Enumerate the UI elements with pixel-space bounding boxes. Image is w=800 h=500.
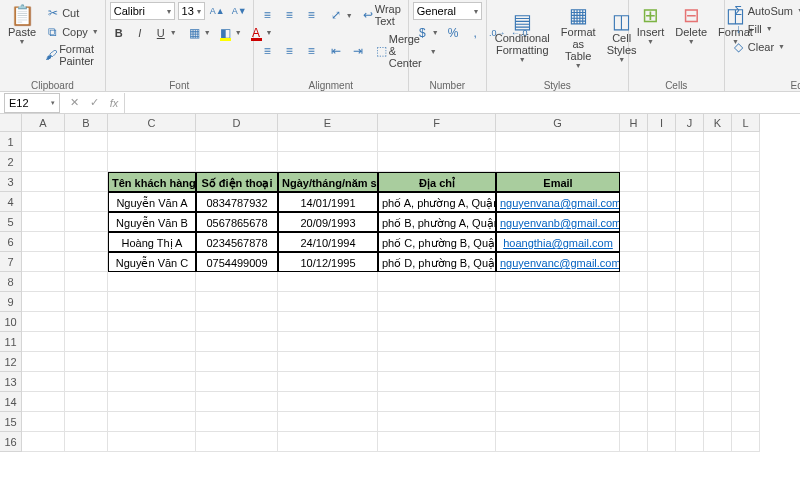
cell[interactable]	[496, 352, 620, 372]
cell[interactable]	[732, 232, 760, 252]
cell[interactable]	[108, 312, 196, 332]
cell[interactable]	[732, 292, 760, 312]
column-header[interactable]: K	[704, 114, 732, 132]
cell[interactable]	[378, 352, 496, 372]
cell[interactable]	[732, 272, 760, 292]
column-header[interactable]: G	[496, 114, 620, 132]
cell[interactable]	[648, 132, 676, 152]
cell[interactable]: Hoàng Thị A	[108, 232, 196, 252]
cell[interactable]	[22, 272, 65, 292]
cell[interactable]	[278, 312, 378, 332]
cell[interactable]	[196, 412, 278, 432]
row-header[interactable]: 11	[0, 332, 22, 352]
cell[interactable]	[65, 272, 108, 292]
cell[interactable]	[648, 372, 676, 392]
cell[interactable]	[196, 392, 278, 412]
cell[interactable]	[676, 312, 704, 332]
row-header[interactable]: 9	[0, 292, 22, 312]
cell[interactable]	[704, 132, 732, 152]
cell[interactable]	[278, 352, 378, 372]
cell[interactable]	[196, 152, 278, 172]
cell[interactable]	[620, 372, 648, 392]
cell[interactable]	[704, 272, 732, 292]
cell[interactable]: 10/12/1995	[278, 252, 378, 272]
cell[interactable]	[704, 192, 732, 212]
cell[interactable]	[22, 392, 65, 412]
italic-button[interactable]: I	[131, 26, 149, 40]
paste-button[interactable]: 📋 Paste ▼	[4, 2, 40, 48]
cell[interactable]	[378, 132, 496, 152]
cell[interactable]	[732, 212, 760, 232]
cell[interactable]	[22, 412, 65, 432]
font-name-select[interactable]: Calibri▾	[110, 2, 175, 20]
column-header[interactable]: D	[196, 114, 278, 132]
column-header[interactable]: B	[65, 114, 108, 132]
cell[interactable]	[704, 172, 732, 192]
cell[interactable]	[676, 232, 704, 252]
cell[interactable]	[278, 152, 378, 172]
cell[interactable]: 0567865678	[196, 212, 278, 232]
cell[interactable]	[620, 132, 648, 152]
fx-button[interactable]: fx	[104, 97, 124, 109]
cell[interactable]	[65, 172, 108, 192]
cell[interactable]	[22, 332, 65, 352]
cell[interactable]	[196, 312, 278, 332]
row-header[interactable]: 16	[0, 432, 22, 452]
cell[interactable]	[108, 392, 196, 412]
cell[interactable]: phố A, phường A, Quận A	[378, 192, 496, 212]
column-header[interactable]: I	[648, 114, 676, 132]
cell[interactable]: Nguyễn Văn B	[108, 212, 196, 232]
cell[interactable]	[676, 272, 704, 292]
cell[interactable]	[704, 152, 732, 172]
cell[interactable]	[704, 292, 732, 312]
cell[interactable]	[22, 432, 65, 452]
cell[interactable]	[108, 352, 196, 372]
row-header[interactable]: 12	[0, 352, 22, 372]
cell[interactable]	[22, 312, 65, 332]
enter-formula-button[interactable]: ✓	[84, 96, 104, 109]
fill-button[interactable]: ↓Fill▼	[729, 20, 800, 37]
cell[interactable]	[496, 272, 620, 292]
cell[interactable]	[65, 212, 108, 232]
cell[interactable]	[732, 172, 760, 192]
cell[interactable]	[620, 172, 648, 192]
cell[interactable]	[378, 432, 496, 452]
cell[interactable]	[704, 352, 732, 372]
cell[interactable]	[620, 352, 648, 372]
cell[interactable]	[378, 372, 496, 392]
cell[interactable]	[648, 392, 676, 412]
cell[interactable]	[704, 312, 732, 332]
cell[interactable]	[65, 332, 108, 352]
align-right-button[interactable]: ≡	[302, 43, 321, 60]
percent-button[interactable]: %	[444, 24, 463, 41]
underline-button[interactable]: U▼	[152, 26, 179, 40]
cell[interactable]: nguyenvanb@gmail.com	[496, 212, 620, 232]
align-middle-button[interactable]: ≡	[280, 7, 299, 24]
cell[interactable]	[704, 432, 732, 452]
cell[interactable]	[620, 192, 648, 212]
cell[interactable]	[704, 332, 732, 352]
column-header[interactable]: A	[22, 114, 65, 132]
align-bottom-button[interactable]: ≡	[302, 7, 321, 24]
increase-indent-button[interactable]: ⇥	[349, 43, 368, 60]
cell[interactable]	[196, 132, 278, 152]
cell[interactable]	[378, 272, 496, 292]
row-header[interactable]: 6	[0, 232, 22, 252]
cell[interactable]	[65, 292, 108, 312]
cell[interactable]	[648, 172, 676, 192]
orientation-button[interactable]: ⤢▼	[327, 7, 355, 24]
cell[interactable]: 0834787932	[196, 192, 278, 212]
cell[interactable]	[704, 372, 732, 392]
insert-cells-button[interactable]: ⊞Insert▼	[633, 2, 669, 48]
cell[interactable]	[648, 412, 676, 432]
cell[interactable]	[196, 372, 278, 392]
cell[interactable]	[676, 252, 704, 272]
cell[interactable]	[496, 332, 620, 352]
cell[interactable]	[496, 432, 620, 452]
align-top-button[interactable]: ≡	[258, 7, 277, 24]
column-header[interactable]: E	[278, 114, 378, 132]
cell[interactable]: phố B, phường A, Quận A	[378, 212, 496, 232]
cell[interactable]	[108, 152, 196, 172]
clear-button[interactable]: ◇Clear▼	[729, 38, 800, 55]
cell[interactable]: Địa chỉ	[378, 172, 496, 192]
